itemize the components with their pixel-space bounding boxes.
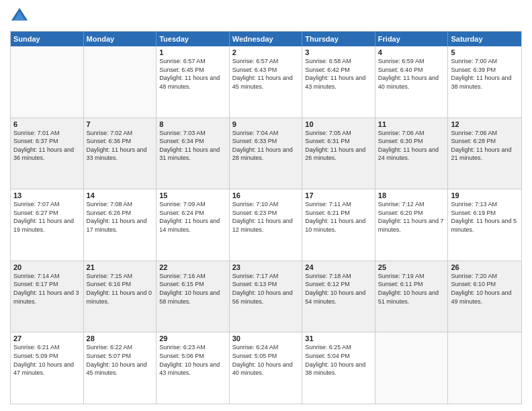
calendar-cell: 26Sunrise: 7:20 AM Sunset: 6:10 PM Dayli… <box>448 261 521 332</box>
cell-text: Sunrise: 6:25 AM Sunset: 5:04 PM Dayligh… <box>305 343 372 377</box>
calendar-cell: 18Sunrise: 7:12 AM Sunset: 6:20 PM Dayli… <box>375 189 449 261</box>
cell-text: Sunrise: 7:14 AM Sunset: 6:17 PM Dayligh… <box>13 272 81 306</box>
day-number: 21 <box>87 263 154 271</box>
day-number: 17 <box>305 191 372 199</box>
day-number: 23 <box>232 263 300 271</box>
cell-text: Sunrise: 7:20 AM Sunset: 6:10 PM Dayligh… <box>451 272 519 306</box>
day-number: 16 <box>232 191 300 199</box>
day-number: 14 <box>87 191 154 199</box>
calendar: SundayMondayTuesdayWednesdayThursdayFrid… <box>10 31 522 404</box>
day-number: 29 <box>159 334 226 342</box>
cell-text: Sunrise: 6:24 AM Sunset: 5:05 PM Dayligh… <box>232 343 300 377</box>
cell-text: Sunrise: 6:21 AM Sunset: 5:09 PM Dayligh… <box>13 343 81 377</box>
calendar-cell: 20Sunrise: 7:14 AM Sunset: 6:17 PM Dayli… <box>11 261 84 332</box>
cell-text: Sunrise: 7:06 AM Sunset: 6:28 PM Dayligh… <box>451 129 519 163</box>
day-number: 19 <box>451 191 519 199</box>
day-number: 2 <box>232 48 300 56</box>
cell-text: Sunrise: 7:03 AM Sunset: 6:34 PM Dayligh… <box>159 129 226 163</box>
cell-text: Sunrise: 7:18 AM Sunset: 6:12 PM Dayligh… <box>305 272 372 306</box>
weekday-header-tuesday: Tuesday <box>157 32 230 46</box>
calendar-cell: 14Sunrise: 7:08 AM Sunset: 6:26 PM Dayli… <box>84 189 157 261</box>
weekday-header-wednesday: Wednesday <box>230 32 303 46</box>
cell-text: Sunrise: 7:10 AM Sunset: 6:23 PM Dayligh… <box>232 200 300 234</box>
day-number: 11 <box>378 120 445 128</box>
calendar-cell: 9Sunrise: 7:04 AM Sunset: 6:33 PM Daylig… <box>230 118 303 189</box>
weekday-header-thursday: Thursday <box>302 32 375 46</box>
cell-text: Sunrise: 7:07 AM Sunset: 6:27 PM Dayligh… <box>13 200 81 234</box>
weekday-header-friday: Friday <box>375 32 449 46</box>
day-number: 31 <box>305 334 372 342</box>
calendar-cell: 8Sunrise: 7:03 AM Sunset: 6:34 PM Daylig… <box>157 118 230 189</box>
day-number: 8 <box>159 120 226 128</box>
calendar-cell: 1Sunrise: 6:57 AM Sunset: 6:45 PM Daylig… <box>157 46 230 118</box>
day-number: 20 <box>13 263 81 271</box>
day-number: 7 <box>87 120 154 128</box>
cell-text: Sunrise: 6:57 AM Sunset: 6:43 PM Dayligh… <box>232 57 300 91</box>
calendar-cell: 2Sunrise: 6:57 AM Sunset: 6:43 PM Daylig… <box>230 46 303 118</box>
page: SundayMondayTuesdayWednesdayThursdayFrid… <box>0 0 532 411</box>
cell-text: Sunrise: 6:57 AM Sunset: 6:45 PM Dayligh… <box>159 57 226 91</box>
calendar-body: 1Sunrise: 6:57 AM Sunset: 6:45 PM Daylig… <box>11 46 521 404</box>
day-number: 26 <box>451 263 519 271</box>
calendar-row-2: 13Sunrise: 7:07 AM Sunset: 6:27 PM Dayli… <box>11 189 521 261</box>
calendar-cell: 15Sunrise: 7:09 AM Sunset: 6:24 PM Dayli… <box>157 189 230 261</box>
calendar-cell: 29Sunrise: 6:23 AM Sunset: 5:06 PM Dayli… <box>157 332 230 404</box>
calendar-cell: 6Sunrise: 7:01 AM Sunset: 6:37 PM Daylig… <box>11 118 84 189</box>
logo <box>10 7 32 26</box>
cell-text: Sunrise: 7:11 AM Sunset: 6:21 PM Dayligh… <box>305 200 372 234</box>
calendar-cell <box>84 46 157 118</box>
cell-text: Sunrise: 7:00 AM Sunset: 6:39 PM Dayligh… <box>451 57 519 91</box>
calendar-cell: 17Sunrise: 7:11 AM Sunset: 6:21 PM Dayli… <box>302 189 375 261</box>
calendar-header: SundayMondayTuesdayWednesdayThursdayFrid… <box>11 32 521 46</box>
weekday-header-monday: Monday <box>84 32 157 46</box>
calendar-cell: 12Sunrise: 7:06 AM Sunset: 6:28 PM Dayli… <box>448 118 521 189</box>
day-number: 10 <box>305 120 372 128</box>
day-number: 30 <box>232 334 300 342</box>
cell-text: Sunrise: 7:12 AM Sunset: 6:20 PM Dayligh… <box>378 200 445 234</box>
cell-text: Sunrise: 6:22 AM Sunset: 5:07 PM Dayligh… <box>87 343 154 377</box>
calendar-cell: 10Sunrise: 7:05 AM Sunset: 6:31 PM Dayli… <box>302 118 375 189</box>
day-number: 28 <box>87 334 154 342</box>
calendar-cell: 13Sunrise: 7:07 AM Sunset: 6:27 PM Dayli… <box>11 189 84 261</box>
header <box>10 7 522 26</box>
calendar-cell: 16Sunrise: 7:10 AM Sunset: 6:23 PM Dayli… <box>230 189 303 261</box>
calendar-cell: 27Sunrise: 6:21 AM Sunset: 5:09 PM Dayli… <box>11 332 84 404</box>
calendar-cell: 30Sunrise: 6:24 AM Sunset: 5:05 PM Dayli… <box>230 332 303 404</box>
calendar-row-4: 27Sunrise: 6:21 AM Sunset: 5:09 PM Dayli… <box>11 332 521 404</box>
day-number: 9 <box>232 120 300 128</box>
calendar-cell: 31Sunrise: 6:25 AM Sunset: 5:04 PM Dayli… <box>302 332 375 404</box>
cell-text: Sunrise: 7:01 AM Sunset: 6:37 PM Dayligh… <box>13 129 81 163</box>
day-number: 15 <box>159 191 226 199</box>
calendar-cell: 21Sunrise: 7:15 AM Sunset: 6:16 PM Dayli… <box>84 261 157 332</box>
cell-text: Sunrise: 7:02 AM Sunset: 6:36 PM Dayligh… <box>87 129 154 163</box>
cell-text: Sunrise: 7:09 AM Sunset: 6:24 PM Dayligh… <box>159 200 226 234</box>
day-number: 3 <box>305 48 372 56</box>
cell-text: Sunrise: 7:04 AM Sunset: 6:33 PM Dayligh… <box>232 129 300 163</box>
cell-text: Sunrise: 6:59 AM Sunset: 6:40 PM Dayligh… <box>378 57 445 91</box>
calendar-cell <box>448 332 521 404</box>
cell-text: Sunrise: 7:15 AM Sunset: 6:16 PM Dayligh… <box>87 272 154 306</box>
cell-text: Sunrise: 6:58 AM Sunset: 6:42 PM Dayligh… <box>305 57 372 91</box>
calendar-cell: 7Sunrise: 7:02 AM Sunset: 6:36 PM Daylig… <box>84 118 157 189</box>
calendar-row-3: 20Sunrise: 7:14 AM Sunset: 6:17 PM Dayli… <box>11 261 521 332</box>
day-number: 22 <box>159 263 226 271</box>
calendar-cell: 25Sunrise: 7:19 AM Sunset: 6:11 PM Dayli… <box>375 261 449 332</box>
day-number: 27 <box>13 334 81 342</box>
calendar-row-1: 6Sunrise: 7:01 AM Sunset: 6:37 PM Daylig… <box>11 118 521 189</box>
day-number: 13 <box>13 191 81 199</box>
weekday-header-sunday: Sunday <box>11 32 84 46</box>
day-number: 6 <box>13 120 81 128</box>
logo-icon <box>10 7 29 26</box>
calendar-cell <box>375 332 449 404</box>
cell-text: Sunrise: 7:05 AM Sunset: 6:31 PM Dayligh… <box>305 129 372 163</box>
calendar-cell <box>11 46 84 118</box>
day-number: 1 <box>159 48 226 56</box>
day-number: 12 <box>451 120 519 128</box>
cell-text: Sunrise: 7:16 AM Sunset: 6:15 PM Dayligh… <box>159 272 226 306</box>
cell-text: Sunrise: 7:06 AM Sunset: 6:30 PM Dayligh… <box>378 129 445 163</box>
calendar-cell: 19Sunrise: 7:13 AM Sunset: 6:19 PM Dayli… <box>448 189 521 261</box>
calendar-row-0: 1Sunrise: 6:57 AM Sunset: 6:45 PM Daylig… <box>11 46 521 118</box>
day-number: 4 <box>378 48 445 56</box>
cell-text: Sunrise: 7:13 AM Sunset: 6:19 PM Dayligh… <box>451 200 519 234</box>
cell-text: Sunrise: 7:08 AM Sunset: 6:26 PM Dayligh… <box>87 200 154 234</box>
